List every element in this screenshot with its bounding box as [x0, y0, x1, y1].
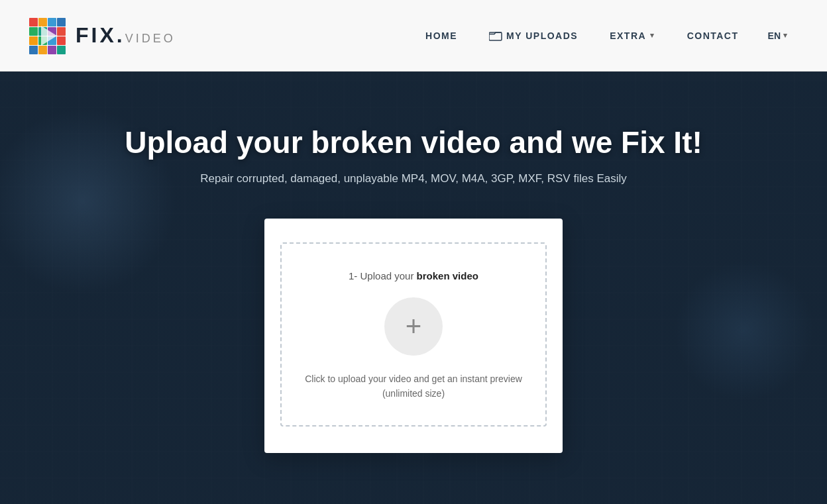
- svg-rect-16: [57, 46, 66, 54]
- svg-rect-15: [48, 46, 56, 54]
- upload-hint: Click to upload your video and get an in…: [305, 372, 522, 401]
- logo-icon: [27, 15, 68, 56]
- uploads-icon: [489, 30, 502, 41]
- svg-rect-5: [29, 27, 38, 36]
- upload-card: 1- Upload your broken video + Click to u…: [264, 219, 563, 453]
- nav-contact[interactable]: CONTACT: [671, 0, 755, 72]
- nav-my-uploads[interactable]: MY UPLOADS: [473, 0, 594, 72]
- hero-title: Upload your broken video and we Fix It!: [125, 125, 702, 160]
- logo[interactable]: FIX.VIDEO: [27, 15, 176, 56]
- upload-drop-zone[interactable]: 1- Upload your broken video + Click to u…: [280, 242, 547, 427]
- svg-rect-12: [57, 36, 66, 45]
- upload-step-label: 1- Upload your broken video: [349, 270, 478, 281]
- site-header: FIX.VIDEO HOME MY UPLOADS EXTRA ▾ CONTAC…: [0, 0, 827, 72]
- upload-plus-button[interactable]: +: [384, 297, 443, 356]
- hero-subtitle: Repair corrupted, damaged, unplayable MP…: [125, 172, 702, 185]
- svg-rect-1: [29, 18, 38, 26]
- svg-rect-9: [29, 36, 38, 45]
- svg-rect-2: [38, 18, 47, 26]
- lang-chevron-icon: ▾: [783, 31, 787, 40]
- svg-rect-4: [57, 18, 66, 26]
- main-nav: HOME MY UPLOADS EXTRA ▾ CONTACT EN ▾: [410, 0, 800, 72]
- extra-chevron-icon: ▾: [650, 31, 655, 40]
- svg-rect-8: [57, 27, 66, 36]
- hero-section: Upload your broken video and we Fix It! …: [0, 72, 827, 504]
- svg-rect-3: [48, 18, 56, 26]
- logo-text: FIX.VIDEO: [76, 23, 176, 48]
- nav-extra[interactable]: EXTRA ▾: [594, 0, 671, 72]
- plus-icon: +: [406, 313, 422, 340]
- svg-rect-13: [29, 46, 38, 54]
- language-selector[interactable]: EN ▾: [755, 0, 800, 72]
- nav-home[interactable]: HOME: [410, 0, 473, 72]
- hero-content: Upload your broken video and we Fix It! …: [125, 125, 702, 219]
- svg-rect-14: [38, 46, 47, 54]
